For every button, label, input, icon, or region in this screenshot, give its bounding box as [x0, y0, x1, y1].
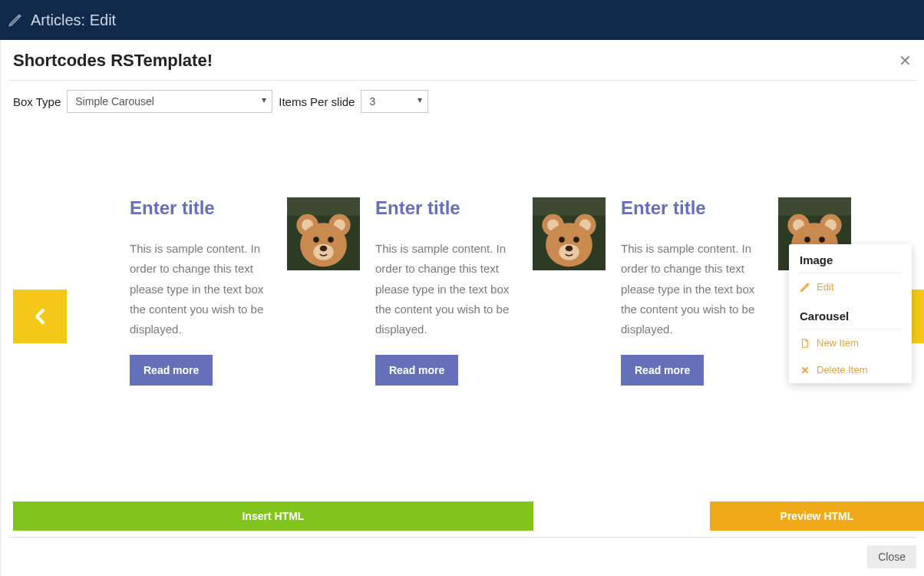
svg-point-21: [566, 246, 573, 252]
file-icon: [800, 338, 810, 349]
close-icon[interactable]: ✕: [899, 53, 912, 68]
box-type-select[interactable]: Simple Carousel: [67, 90, 272, 113]
svg-rect-12: [533, 197, 606, 216]
svg-rect-1: [287, 197, 360, 216]
app-header: Articles: Edit: [0, 0, 924, 40]
context-new-item[interactable]: New Item: [789, 329, 912, 356]
item-image[interactable]: [287, 197, 360, 270]
modal: Shortcodes RSTemplate! ✕ Box Type Simple…: [0, 40, 924, 576]
delete-icon: [800, 365, 810, 376]
svg-point-19: [573, 237, 579, 243]
svg-point-10: [320, 246, 328, 252]
read-more-button[interactable]: Read more: [621, 355, 704, 386]
svg-point-18: [559, 237, 565, 243]
pencil-icon: [8, 12, 23, 28]
svg-point-30: [819, 237, 825, 243]
svg-rect-23: [778, 197, 851, 216]
carousel-item: Enter title This is sample content. In o…: [130, 197, 360, 386]
read-more-button[interactable]: Read more: [130, 355, 213, 386]
items-per-slide-label: Items Per slide: [279, 95, 355, 108]
box-type-label: Box Type: [13, 95, 61, 108]
svg-point-8: [328, 237, 334, 243]
items-per-slide-select[interactable]: 3: [361, 90, 428, 113]
carousel: Enter title This is sample content. In o…: [1, 113, 924, 494]
context-section-carousel: Carousel: [800, 310, 901, 323]
item-text[interactable]: This is sample content. In order to chan…: [130, 239, 268, 339]
carousel-item: Enter title This is sample content. In o…: [375, 197, 606, 386]
item-text[interactable]: This is sample content. In order to chan…: [621, 239, 759, 339]
item-image[interactable]: [533, 197, 606, 270]
close-button[interactable]: Close: [867, 545, 916, 568]
preview-html-button[interactable]: Preview HTML: [710, 502, 924, 531]
carousel-items: Enter title This is sample content. In o…: [1, 197, 924, 386]
context-section-image: Image: [800, 253, 901, 266]
context-new-item-label: New Item: [817, 337, 859, 349]
insert-html-button[interactable]: Insert HTML: [13, 502, 533, 531]
action-bar: Insert HTML Preview HTML: [1, 494, 924, 537]
footer-bar: Close: [1, 538, 924, 576]
context-edit[interactable]: Edit: [789, 273, 912, 300]
context-edit-label: Edit: [817, 281, 833, 293]
modal-title: Shortcodes RSTemplate!: [13, 51, 213, 71]
modal-header: Shortcodes RSTemplate! ✕: [1, 40, 924, 80]
item-text[interactable]: This is sample content. In order to chan…: [375, 239, 513, 339]
read-more-button[interactable]: Read more: [375, 355, 458, 386]
controls-row: Box Type Simple Carousel Items Per slide…: [1, 81, 924, 113]
context-menu: Image Edit Carousel New Item Delete Item: [789, 244, 912, 383]
context-delete-item-label: Delete Item: [817, 364, 867, 376]
context-delete-item[interactable]: Delete Item: [789, 356, 912, 383]
svg-point-29: [804, 237, 810, 243]
page-title: Articles: Edit: [31, 12, 116, 29]
svg-point-7: [313, 237, 319, 243]
pencil-icon: [800, 282, 810, 293]
